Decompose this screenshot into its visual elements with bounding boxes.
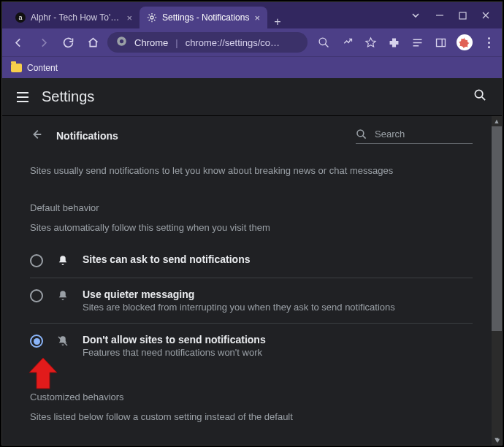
minimize-icon[interactable] bbox=[435, 11, 444, 20]
svg-text:a: a bbox=[18, 14, 22, 21]
svg-rect-20 bbox=[436, 39, 445, 46]
radio-ask[interactable] bbox=[30, 254, 43, 267]
reading-list-icon[interactable] bbox=[410, 35, 424, 50]
svg-line-9 bbox=[149, 20, 150, 20]
tab-settings[interactable]: Settings - Notifications × bbox=[140, 7, 267, 28]
omnibox[interactable]: Chrome | chrome://settings/co… bbox=[107, 32, 308, 53]
chevron-down-icon[interactable] bbox=[411, 10, 421, 20]
tab-label: Settings - Notifications bbox=[162, 12, 249, 23]
close-icon[interactable]: × bbox=[254, 12, 260, 23]
window-controls bbox=[399, 2, 502, 28]
chrome-logo-icon bbox=[116, 36, 127, 49]
page-title: Notifications bbox=[56, 130, 343, 142]
back-arrow-button[interactable] bbox=[30, 128, 43, 144]
option-title: Sites can ask to send notifications bbox=[83, 253, 251, 265]
scroll-track[interactable] bbox=[492, 331, 502, 435]
scrollbar[interactable]: ▲ ▼ bbox=[492, 116, 502, 445]
back-button[interactable] bbox=[8, 32, 28, 53]
alphr-favicon-icon: a bbox=[15, 12, 26, 23]
hamburger-icon[interactable] bbox=[17, 92, 28, 102]
menu-dots-icon[interactable] bbox=[481, 35, 496, 50]
home-button[interactable] bbox=[83, 32, 103, 53]
settings-app-title: Settings bbox=[42, 88, 460, 105]
bookmarks-bar: Content bbox=[2, 56, 502, 78]
tab-strip: a Alphr - Tech How To's & G × Settings -… bbox=[2, 2, 399, 28]
page-scroll-down-icon[interactable]: ▼ bbox=[495, 437, 501, 444]
search-icon[interactable] bbox=[473, 88, 487, 105]
gear-icon bbox=[147, 12, 157, 23]
page-description: Sites usually send notifications to let … bbox=[30, 164, 473, 177]
close-window-icon[interactable] bbox=[481, 11, 490, 20]
toolbar-right bbox=[312, 34, 496, 50]
bell-off-icon bbox=[56, 335, 69, 348]
close-icon[interactable]: × bbox=[126, 12, 132, 23]
bell-icon bbox=[56, 289, 69, 302]
svg-line-7 bbox=[149, 15, 150, 15]
browser-window: a Alphr - Tech How To's & G × Settings -… bbox=[1, 1, 503, 446]
maximize-icon[interactable] bbox=[459, 12, 467, 20]
svg-rect-12 bbox=[459, 12, 466, 19]
option-block[interactable]: Don't allow sites to send notifications … bbox=[30, 323, 473, 368]
share-icon[interactable] bbox=[340, 35, 354, 50]
new-tab-button[interactable]: + bbox=[267, 15, 288, 28]
profile-avatar[interactable] bbox=[457, 34, 473, 50]
bookmark-folder-content[interactable]: Content bbox=[11, 63, 58, 73]
side-panel-icon[interactable] bbox=[433, 35, 448, 50]
bookmark-star-icon[interactable] bbox=[363, 35, 378, 50]
option-title: Don't allow sites to send notifications bbox=[83, 334, 266, 345]
option-title: Use quieter messaging bbox=[83, 289, 395, 300]
toolbar: Chrome | chrome://settings/co… bbox=[2, 28, 502, 56]
default-behavior-label: Default behavior bbox=[30, 202, 473, 213]
zoom-icon[interactable] bbox=[316, 35, 331, 50]
svg-point-24 bbox=[357, 130, 364, 137]
svg-line-25 bbox=[363, 135, 366, 138]
radio-block[interactable] bbox=[30, 335, 43, 348]
tab-label: Alphr - Tech How To's & G bbox=[31, 12, 121, 23]
settings-content: Notifications Search Sites usually send … bbox=[2, 116, 492, 445]
radio-quieter[interactable] bbox=[30, 289, 43, 302]
extensions-icon[interactable] bbox=[386, 35, 401, 50]
omnibox-divider: | bbox=[175, 37, 177, 48]
option-sub: Sites are blocked from interrupting you … bbox=[83, 302, 395, 313]
page-subheader: Notifications Search bbox=[30, 128, 473, 144]
svg-line-23 bbox=[482, 97, 485, 100]
svg-point-14 bbox=[120, 39, 123, 43]
default-behavior-sub: Sites automatically follow this setting … bbox=[30, 222, 473, 233]
forward-button[interactable] bbox=[33, 32, 53, 53]
url-text: chrome://settings/co… bbox=[186, 37, 280, 48]
svg-line-16 bbox=[325, 44, 328, 47]
svg-point-15 bbox=[319, 38, 326, 45]
reload-button[interactable] bbox=[58, 32, 78, 53]
tab-alphr[interactable]: a Alphr - Tech How To's & G × bbox=[8, 7, 140, 28]
settings-header: Settings bbox=[2, 78, 502, 116]
svg-point-22 bbox=[475, 90, 482, 97]
customized-sub: Sites listed below follow a custom setti… bbox=[30, 411, 473, 422]
folder-icon bbox=[11, 64, 22, 72]
search-placeholder: Search bbox=[375, 129, 405, 140]
svg-line-10 bbox=[154, 15, 155, 15]
scroll-up-icon[interactable]: ▲ bbox=[492, 116, 502, 126]
customized-label: Customized behaviors bbox=[30, 391, 473, 402]
options-block: Sites can ask to send notifications Use … bbox=[30, 243, 473, 368]
option-ask[interactable]: Sites can ask to send notifications bbox=[30, 243, 473, 278]
content-wrap: Notifications Search Sites usually send … bbox=[2, 116, 502, 445]
settings-search[interactable]: Search bbox=[356, 129, 473, 144]
option-quieter[interactable]: Use quieter messaging Sites are blocked … bbox=[30, 278, 473, 323]
bookmark-label: Content bbox=[27, 63, 58, 73]
option-sub: Features that need notifications won't w… bbox=[83, 347, 266, 358]
svg-point-2 bbox=[150, 16, 153, 19]
chrome-label: Chrome bbox=[134, 37, 168, 48]
scroll-thumb[interactable] bbox=[492, 126, 502, 331]
bell-icon bbox=[56, 254, 69, 267]
svg-line-8 bbox=[154, 20, 155, 20]
title-bar: a Alphr - Tech How To's & G × Settings -… bbox=[2, 2, 502, 28]
